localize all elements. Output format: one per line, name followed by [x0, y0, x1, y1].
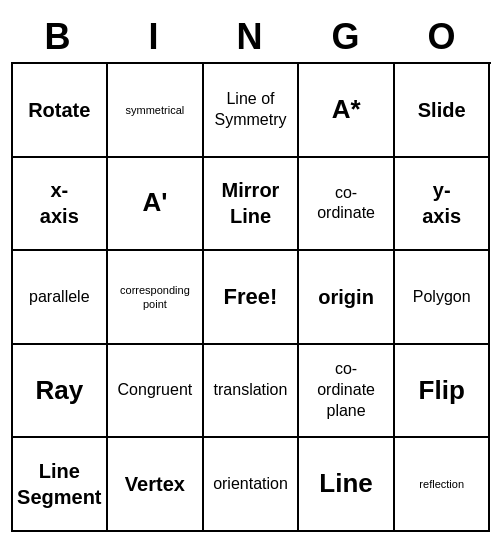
bingo-cell-text-15: Ray [35, 374, 83, 408]
bingo-cell-19: Flip [395, 345, 491, 439]
bingo-grid: RotatesymmetricalLine ofSymmetryA*Slidex… [11, 62, 491, 532]
bingo-cell-21: Vertex [108, 438, 204, 532]
bingo-cell-text-9: y-axis [422, 177, 461, 229]
bingo-cell-24: reflection [395, 438, 491, 532]
bingo-cell-17: translation [204, 345, 300, 439]
bingo-cell-14: Polygon [395, 251, 491, 345]
bingo-cell-16: Congruent [108, 345, 204, 439]
bingo-cell-23: Line [299, 438, 395, 532]
header-letter-G: G [299, 12, 395, 62]
bingo-cell-12: Free! [204, 251, 300, 345]
bingo-cell-7: MirrorLine [204, 158, 300, 252]
bingo-cell-1: symmetrical [108, 64, 204, 158]
bingo-cell-text-7: MirrorLine [222, 177, 280, 229]
bingo-card: BINGO RotatesymmetricalLine ofSymmetryA*… [11, 12, 491, 532]
bingo-cell-6: A' [108, 158, 204, 252]
bingo-cell-13: origin [299, 251, 395, 345]
bingo-cell-text-24: reflection [419, 477, 464, 491]
bingo-cell-20: LineSegment [13, 438, 109, 532]
bingo-cell-text-19: Flip [419, 374, 465, 408]
bingo-cell-18: co-ordinateplane [299, 345, 395, 439]
bingo-cell-2: Line ofSymmetry [204, 64, 300, 158]
bingo-cell-4: Slide [395, 64, 491, 158]
bingo-cell-text-13: origin [318, 284, 374, 310]
bingo-cell-9: y-axis [395, 158, 491, 252]
bingo-cell-text-18: co-ordinateplane [317, 359, 375, 421]
bingo-cell-10: parallele [13, 251, 109, 345]
bingo-cell-text-1: symmetrical [126, 103, 185, 117]
bingo-cell-text-5: x-axis [40, 177, 79, 229]
bingo-cell-text-8: co-ordinate [317, 183, 375, 225]
header-letter-B: B [11, 12, 107, 62]
bingo-cell-3: A* [299, 64, 395, 158]
bingo-header: BINGO [11, 12, 491, 62]
header-letter-O: O [395, 12, 491, 62]
header-letter-N: N [203, 12, 299, 62]
bingo-cell-22: orientation [204, 438, 300, 532]
bingo-cell-text-12: Free! [224, 283, 278, 312]
bingo-cell-text-16: Congruent [118, 380, 193, 401]
bingo-cell-0: Rotate [13, 64, 109, 158]
bingo-cell-15: Ray [13, 345, 109, 439]
bingo-cell-text-0: Rotate [28, 97, 90, 123]
bingo-cell-text-6: A' [142, 186, 167, 220]
bingo-cell-text-23: Line [319, 467, 372, 501]
header-letter-I: I [107, 12, 203, 62]
bingo-cell-text-3: A* [332, 93, 361, 127]
bingo-cell-11: correspondingpoint [108, 251, 204, 345]
bingo-cell-text-10: parallele [29, 287, 89, 308]
bingo-cell-text-4: Slide [418, 97, 466, 123]
bingo-cell-8: co-ordinate [299, 158, 395, 252]
bingo-cell-text-14: Polygon [413, 287, 471, 308]
bingo-cell-5: x-axis [13, 158, 109, 252]
bingo-cell-text-11: correspondingpoint [120, 283, 190, 312]
bingo-cell-text-2: Line ofSymmetry [214, 89, 286, 131]
bingo-cell-text-21: Vertex [125, 471, 185, 497]
bingo-cell-text-20: LineSegment [17, 458, 101, 510]
bingo-cell-text-17: translation [214, 380, 288, 401]
bingo-cell-text-22: orientation [213, 474, 288, 495]
